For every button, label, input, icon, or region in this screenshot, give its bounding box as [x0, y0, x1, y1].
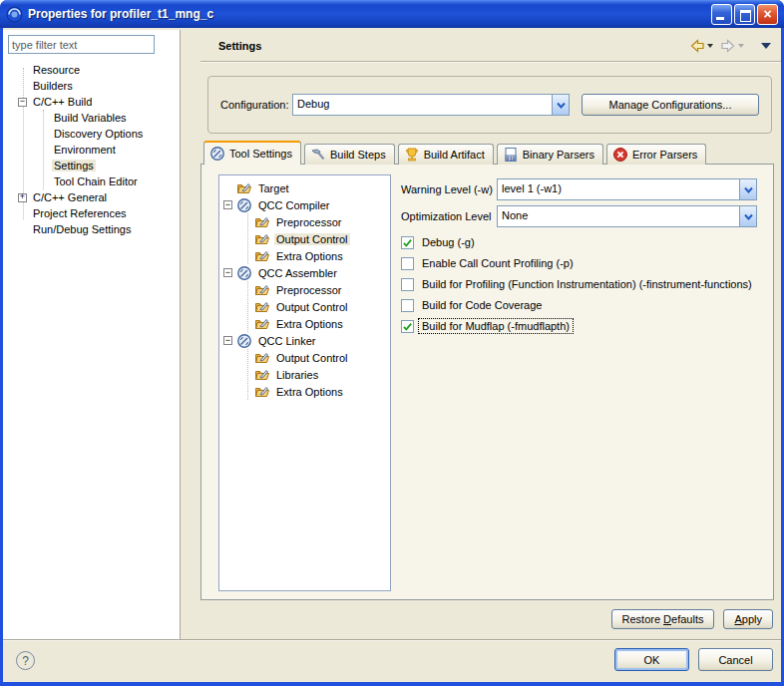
page-title: Settings — [218, 40, 687, 52]
category-icon — [254, 231, 270, 247]
view-menu-icon[interactable] — [761, 43, 771, 49]
collapse-expander-icon[interactable] — [223, 200, 232, 209]
tool-tree-item-linker-extra-options[interactable]: Extra Options — [248, 383, 390, 400]
checkbox-box[interactable] — [401, 320, 414, 333]
configuration-label: Configuration: — [220, 99, 292, 111]
binary-file-icon: 010 — [503, 147, 519, 163]
forward-menu-caret-icon[interactable] — [738, 44, 744, 48]
output-control-options: Warning Level (-w) level 1 (-w1) Optimiz… — [401, 178, 757, 337]
collapse-expander-icon[interactable] — [223, 268, 232, 277]
tool-tree-item-linker-libraries[interactable]: Libraries — [248, 366, 390, 383]
expand-expander-icon[interactable] — [18, 193, 27, 202]
filter-input[interactable] — [8, 35, 155, 54]
svg-text:010: 010 — [506, 157, 516, 163]
collapse-expander-icon[interactable] — [18, 98, 27, 107]
tool-tree-item-target[interactable]: Target — [219, 179, 390, 196]
chevron-down-icon[interactable] — [739, 179, 756, 199]
tool-tree-item-linker-output-control[interactable]: Output Control — [248, 349, 390, 366]
category-icon — [254, 316, 270, 332]
tool-tree-item-assembler-extra-options[interactable]: Extra Options — [248, 315, 390, 332]
checkbox-box[interactable] — [401, 257, 414, 270]
back-arrow-icon — [689, 39, 705, 53]
checkbox-debug[interactable]: Debug (-g) — [401, 232, 757, 252]
settings-tabs: Tool Settings Build Steps — [203, 141, 706, 165]
close-button[interactable]: × — [757, 4, 778, 25]
category-icon — [254, 282, 270, 298]
checkbox-box[interactable] — [401, 299, 414, 312]
window-title: Properties for profiler_t1_mng_c — [28, 7, 711, 21]
checkbox-build-for-mudflap[interactable]: Build for Mudflap (-fmudflapth) — [401, 316, 757, 336]
left-navigation-panel: Resource Builders C/C++ Build Build Vari… — [3, 30, 181, 639]
tree-item-environment[interactable]: Environment — [44, 142, 180, 158]
check-icon — [402, 237, 413, 248]
tab-error-parsers[interactable]: Error Parsers — [606, 144, 706, 165]
tool-tree-item-qcc-assembler[interactable]: QCC Assembler — [219, 264, 390, 281]
checkbox-build-for-profiling[interactable]: Build for Profiling (Function Instrument… — [401, 274, 757, 294]
back-menu-caret-icon[interactable] — [707, 44, 713, 48]
category-icon — [254, 214, 270, 230]
eclipse-app-icon — [6, 6, 23, 23]
tool-options-tree: Target QCC Compiler Preprocessor — [218, 174, 391, 591]
cancel-button[interactable]: Cancel — [698, 648, 773, 671]
tool-tree-item-compiler-output-control[interactable]: Output Control — [248, 230, 390, 247]
forward-arrow-icon — [720, 39, 736, 53]
dialog-body: Resource Builders C/C++ Build Build Vari… — [3, 28, 781, 682]
collapse-expander-icon[interactable] — [223, 336, 232, 345]
tree-item-resource[interactable]: Resource — [3, 62, 180, 78]
tree-item-build-variables[interactable]: Build Variables — [44, 110, 180, 126]
chevron-down-icon[interactable] — [739, 206, 756, 226]
tool-tree-item-qcc-linker[interactable]: QCC Linker — [219, 332, 390, 349]
optimization-level-label: Optimization Level — [401, 210, 497, 222]
dialog-button-bar: ? OK Cancel — [3, 639, 781, 682]
category-icon — [236, 180, 252, 196]
checkbox-box[interactable] — [401, 278, 414, 291]
configuration-group: Configuration: Debug Manage Configuratio… — [207, 76, 772, 134]
tool-settings-icon — [209, 146, 225, 162]
tree-item-run-debug-settings[interactable]: Run/Debug Settings — [3, 221, 180, 237]
titlebar[interactable]: Properties for profiler_t1_mng_c × — [0, 0, 784, 28]
apply-button[interactable]: Apply — [723, 609, 773, 629]
manage-configurations-button[interactable]: Manage Configurations... — [582, 94, 759, 116]
settings-page: Settings — [200, 30, 781, 639]
checkbox-box[interactable] — [401, 236, 414, 249]
tool-icon — [236, 265, 252, 281]
category-icon — [254, 248, 270, 264]
tree-item-builders[interactable]: Builders — [3, 78, 180, 94]
category-icon — [254, 299, 270, 315]
properties-tree: Resource Builders C/C++ Build Build Vari… — [3, 60, 180, 237]
tree-item-cpp-general[interactable]: C/C++ General — [3, 189, 180, 205]
tab-build-artifact[interactable]: Build Artifact — [398, 144, 494, 165]
tab-binary-parsers[interactable]: 010 Binary Parsers — [497, 144, 603, 165]
tree-item-cpp-build[interactable]: C/C++ Build — [3, 94, 180, 110]
tree-item-project-references[interactable]: Project References — [3, 205, 180, 221]
help-icon[interactable]: ? — [16, 651, 35, 670]
category-icon — [254, 350, 270, 366]
tree-item-tool-chain-editor[interactable]: Tool Chain Editor — [44, 173, 180, 189]
tool-tree-item-assembler-preprocessor[interactable]: Preprocessor — [248, 281, 390, 298]
tool-tree-item-compiler-preprocessor[interactable]: Preprocessor — [248, 213, 390, 230]
back-button[interactable] — [687, 38, 715, 54]
tab-tool-settings[interactable]: Tool Settings — [203, 141, 301, 165]
tool-tree-item-qcc-compiler[interactable]: QCC Compiler — [219, 196, 390, 213]
chevron-down-icon[interactable] — [552, 95, 569, 115]
tool-tree-item-assembler-output-control[interactable]: Output Control — [248, 298, 390, 315]
tree-item-discovery-options[interactable]: Discovery Options — [44, 126, 180, 142]
restore-defaults-button[interactable]: Restore Defaults — [611, 609, 715, 629]
check-icon — [402, 321, 413, 332]
maximize-button[interactable] — [734, 4, 755, 25]
configuration-select[interactable]: Debug — [292, 94, 570, 116]
page-header: Settings — [200, 30, 781, 62]
minimize-button[interactable] — [711, 4, 732, 25]
tool-tree-item-compiler-extra-options[interactable]: Extra Options — [248, 247, 390, 264]
forward-button[interactable] — [718, 38, 746, 54]
optimization-level-select[interactable]: None — [497, 205, 757, 227]
checkbox-call-count-profiling[interactable]: Enable Call Count Profiling (-p) — [401, 253, 757, 273]
error-icon — [612, 147, 628, 163]
tool-icon — [236, 333, 252, 349]
tree-item-settings[interactable]: Settings — [44, 158, 180, 173]
ok-button[interactable]: OK — [614, 648, 689, 671]
tab-build-steps[interactable]: Build Steps — [304, 144, 395, 165]
warning-level-select[interactable]: level 1 (-w1) — [497, 178, 757, 200]
checkbox-code-coverage[interactable]: Build for Code Coverage — [401, 295, 757, 315]
tool-icon — [236, 197, 252, 213]
